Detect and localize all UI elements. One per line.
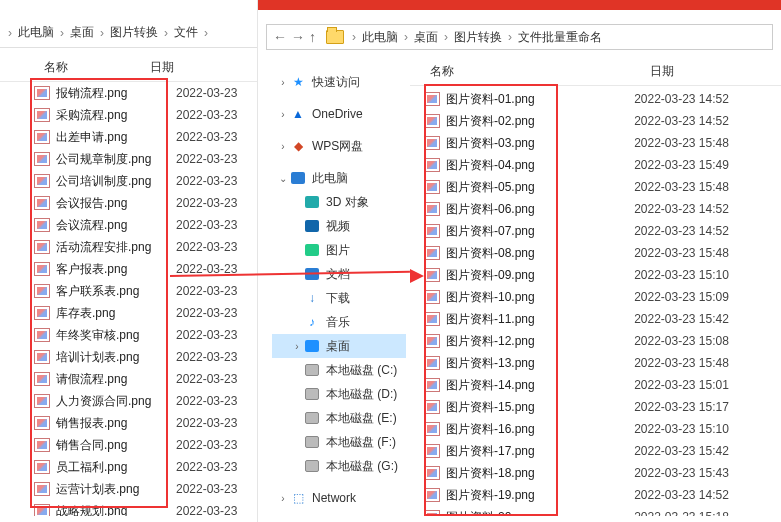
file-row[interactable]: 销售合同.png2022-03-23 bbox=[34, 434, 256, 456]
file-row[interactable]: 图片资料-17.png2022-03-23 15:42 bbox=[424, 440, 771, 462]
breadcrumb-item[interactable]: 此电脑 bbox=[358, 29, 402, 46]
tree-item-video[interactable]: 视频 bbox=[272, 214, 406, 238]
column-name[interactable]: 名称 bbox=[0, 59, 150, 76]
file-row[interactable]: 图片资料-01.png2022-03-23 14:52 bbox=[424, 88, 771, 110]
tree-item-desk[interactable]: ›桌面 bbox=[272, 334, 406, 358]
column-name[interactable]: 名称 bbox=[410, 63, 650, 80]
file-row[interactable]: 图片资料-03.png2022-03-23 15:48 bbox=[424, 132, 771, 154]
chevron-right-icon: › bbox=[98, 26, 106, 40]
file-row[interactable]: 图片资料-18.png2022-03-23 15:43 bbox=[424, 462, 771, 484]
tree-item-star[interactable]: ›★快速访问 bbox=[272, 70, 406, 94]
tree-item-3d[interactable]: 3D 对象 bbox=[272, 190, 406, 214]
file-name: 图片资料-17.png bbox=[446, 443, 634, 460]
breadcrumb-item[interactable]: 图片转换 bbox=[450, 29, 506, 46]
file-row[interactable]: 会议报告.png2022-03-23 bbox=[34, 192, 256, 214]
file-row[interactable]: 销售报表.png2022-03-23 bbox=[34, 412, 256, 434]
file-row[interactable]: 会议流程.png2022-03-23 bbox=[34, 214, 256, 236]
up-icon[interactable]: ↑ bbox=[309, 29, 316, 45]
tree-item-disk[interactable]: 本地磁盘 (F:) bbox=[272, 430, 406, 454]
pc-icon bbox=[290, 170, 306, 186]
breadcrumb-item[interactable]: 图片转换 bbox=[106, 24, 162, 41]
tree-item-disk[interactable]: 本地磁盘 (E:) bbox=[272, 406, 406, 430]
breadcrumb-item[interactable]: 桌面 bbox=[66, 24, 98, 41]
file-row[interactable]: 图片资料-06.png2022-03-23 14:52 bbox=[424, 198, 771, 220]
forward-icon[interactable]: → bbox=[291, 29, 305, 45]
file-row[interactable]: 图片资料-07.png2022-03-23 14:52 bbox=[424, 220, 771, 242]
file-name: 图片资料-06.png bbox=[446, 201, 634, 218]
breadcrumb-item[interactable]: 此电脑 bbox=[14, 24, 58, 41]
tree-label: Network bbox=[312, 491, 356, 505]
file-row[interactable]: 图片资料-09.png2022-03-23 15:10 bbox=[424, 264, 771, 286]
tree-item-net[interactable]: ›⬚Network bbox=[272, 486, 406, 510]
tree-item-pic[interactable]: 图片 bbox=[272, 238, 406, 262]
tree-label: 图片 bbox=[326, 242, 350, 259]
file-row[interactable]: 采购流程.png2022-03-23 bbox=[34, 104, 256, 126]
file-row[interactable]: 人力资源合同.png2022-03-23 bbox=[34, 390, 256, 412]
file-name: 图片资料-07.png bbox=[446, 223, 634, 240]
tree-item-disk[interactable]: 本地磁盘 (C:) bbox=[272, 358, 406, 382]
file-date: 2022-03-23 15:48 bbox=[634, 246, 771, 260]
file-row[interactable]: 图片资料-05.png2022-03-23 15:48 bbox=[424, 176, 771, 198]
tree-item-music[interactable]: ♪音乐 bbox=[272, 310, 406, 334]
tree-item-wps[interactable]: ›◆WPS网盘 bbox=[272, 134, 406, 158]
image-file-icon bbox=[34, 416, 50, 430]
file-row[interactable]: 公司培训制度.png2022-03-23 bbox=[34, 170, 256, 192]
file-row[interactable]: 客户联系表.png2022-03-23 bbox=[34, 280, 256, 302]
file-row[interactable]: 员工福利.png2022-03-23 bbox=[34, 456, 256, 478]
disk-icon bbox=[304, 434, 320, 450]
image-file-icon bbox=[424, 466, 440, 480]
file-row[interactable]: 图片资料-08.png2022-03-23 15:48 bbox=[424, 242, 771, 264]
file-row[interactable]: 图片资料-19.png2022-03-23 14:52 bbox=[424, 484, 771, 506]
file-row[interactable]: 图片资料-13.png2022-03-23 15:48 bbox=[424, 352, 771, 374]
file-row[interactable]: 请假流程.png2022-03-23 bbox=[34, 368, 256, 390]
file-row[interactable]: 图片资料-02.png2022-03-23 14:52 bbox=[424, 110, 771, 132]
file-row[interactable]: 运营计划表.png2022-03-23 bbox=[34, 478, 256, 500]
file-row[interactable]: 培训计划表.png2022-03-23 bbox=[34, 346, 256, 368]
tree-item-down[interactable]: ↓下载 bbox=[272, 286, 406, 310]
file-list-right[interactable]: 图片资料-01.png2022-03-23 14:52图片资料-02.png20… bbox=[424, 88, 771, 516]
file-date: 2022-03-23 14:52 bbox=[634, 224, 771, 238]
file-row[interactable]: 库存表.png2022-03-23 bbox=[34, 302, 256, 324]
file-row[interactable]: 图片资料-16.png2022-03-23 15:10 bbox=[424, 418, 771, 440]
tree-item-disk[interactable]: 本地磁盘 (D:) bbox=[272, 382, 406, 406]
file-row[interactable]: 出差申请.png2022-03-23 bbox=[34, 126, 256, 148]
column-date[interactable]: 日期 bbox=[650, 63, 781, 80]
chevron-right-icon: › bbox=[162, 26, 170, 40]
breadcrumb-left[interactable]: › 此电脑 › 桌面 › 图片转换 › 文件 › bbox=[0, 18, 257, 48]
tree-label: 视频 bbox=[326, 218, 350, 235]
image-file-icon bbox=[34, 394, 50, 408]
file-row[interactable]: 客户报表.png2022-03-23 bbox=[34, 258, 256, 280]
down-icon: ↓ bbox=[304, 290, 320, 306]
file-row[interactable]: 活动流程安排.png2022-03-23 bbox=[34, 236, 256, 258]
file-row[interactable]: 年终奖审核.png2022-03-23 bbox=[34, 324, 256, 346]
tree-item-disk[interactable]: 本地磁盘 (G:) bbox=[272, 454, 406, 478]
tree-item-doc[interactable]: 文档 bbox=[272, 262, 406, 286]
image-file-icon bbox=[34, 240, 50, 254]
file-row[interactable]: 图片资料-14.png2022-03-23 15:01 bbox=[424, 374, 771, 396]
file-row[interactable]: 图片资料-10.png2022-03-23 15:09 bbox=[424, 286, 771, 308]
breadcrumb-item[interactable]: 文件批量重命名 bbox=[514, 29, 606, 46]
file-row[interactable]: 战略规划.png2022-03-23 bbox=[34, 500, 256, 516]
image-file-icon bbox=[424, 180, 440, 194]
file-row[interactable]: 图片资料-20.png2022-03-23 15:18 bbox=[424, 506, 771, 516]
file-row[interactable]: 报销流程.png2022-03-23 bbox=[34, 82, 256, 104]
back-icon[interactable]: ← bbox=[273, 29, 287, 45]
tree-label: 本地磁盘 (D:) bbox=[326, 386, 397, 403]
chevron-icon: ⌄ bbox=[276, 173, 290, 184]
breadcrumb-item[interactable]: 桌面 bbox=[410, 29, 442, 46]
file-row[interactable]: 图片资料-15.png2022-03-23 15:17 bbox=[424, 396, 771, 418]
file-row[interactable]: 图片资料-11.png2022-03-23 15:42 bbox=[424, 308, 771, 330]
tree-item-pc[interactable]: ⌄此电脑 bbox=[272, 166, 406, 190]
file-name: 销售报表.png bbox=[56, 415, 176, 432]
star-icon: ★ bbox=[290, 74, 306, 90]
file-row[interactable]: 图片资料-04.png2022-03-23 15:49 bbox=[424, 154, 771, 176]
file-list-left[interactable]: 报销流程.png2022-03-23采购流程.png2022-03-23出差申请… bbox=[34, 82, 256, 516]
tree-item-cloud[interactable]: ›▲OneDrive bbox=[272, 102, 406, 126]
column-date[interactable]: 日期 bbox=[150, 59, 240, 76]
file-row[interactable]: 公司规章制度.png2022-03-23 bbox=[34, 148, 256, 170]
breadcrumb-item[interactable]: 文件 bbox=[170, 24, 202, 41]
file-row[interactable]: 图片资料-12.png2022-03-23 15:08 bbox=[424, 330, 771, 352]
chevron-icon: › bbox=[276, 77, 290, 88]
breadcrumb-right[interactable]: ← → ↑ › 此电脑 › 桌面 › 图片转换 › 文件批量重命名 bbox=[266, 24, 773, 50]
nav-tree[interactable]: ›★快速访问›▲OneDrive›◆WPS网盘⌄此电脑3D 对象视频图片文档↓下… bbox=[272, 70, 406, 516]
